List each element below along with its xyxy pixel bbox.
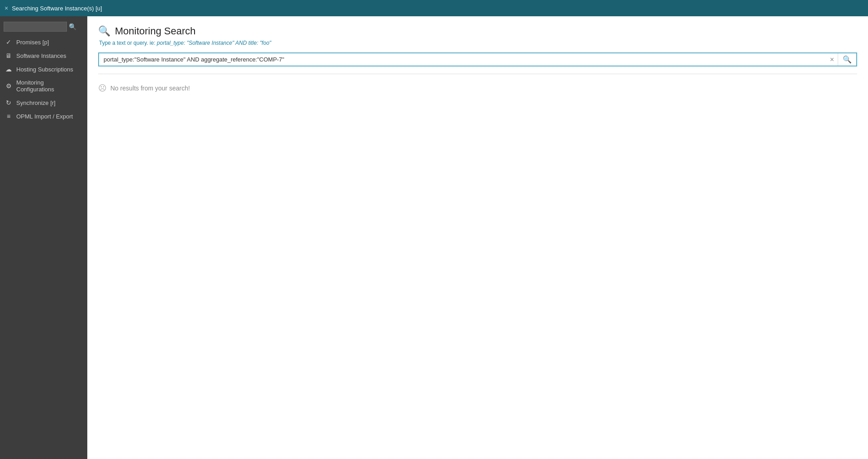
sidebar-nav: ✓ Promises [p] 🖥 Software Instances ☁ Ho… <box>0 35 87 123</box>
no-results-text: No results from your search! <box>110 85 190 92</box>
content-area: 🔍 Monitoring Search Type a text or query… <box>87 16 868 459</box>
execute-search-button[interactable]: 🔍 <box>838 53 856 66</box>
sidebar-item-label: Synchronize [r] <box>16 99 56 106</box>
monitor-icon: 🖥 <box>5 52 13 59</box>
sidebar: 🔍 ✓ Promises [p] 🖥 Software Instances ☁ … <box>0 16 87 459</box>
search-hint-example: portal_type: "Software Instance" AND tit… <box>157 40 271 46</box>
gear-icon: ⚙ <box>5 82 13 90</box>
sidebar-item-promises[interactable]: ✓ Promises [p] <box>0 35 87 49</box>
sidebar-item-label: OPML Import / Export <box>16 113 73 120</box>
search-heading-icon: 🔍 <box>98 25 110 37</box>
cloud-icon: ☁ <box>5 66 13 73</box>
divider <box>98 74 857 74</box>
sidebar-item-software-instances[interactable]: 🖥 Software Instances <box>0 49 87 62</box>
sidebar-item-monitoring-configurations[interactable]: ⚙ Monitoring Configurations <box>0 76 87 96</box>
close-tab-icon[interactable]: × <box>5 5 8 12</box>
sidebar-item-label: Monitoring Configurations <box>16 79 83 93</box>
top-bar: × Searching Software Instance(s) [u] <box>0 0 868 16</box>
search-hint-prefix: Type a text or query. ie: <box>99 40 157 46</box>
sidebar-item-label: Hosting Subscriptions <box>16 66 73 73</box>
clear-search-button[interactable]: × <box>826 54 838 66</box>
sidebar-item-synchronize[interactable]: ↻ Synchronize [r] <box>0 96 87 109</box>
sidebar-item-hosting-subscriptions[interactable]: ☁ Hosting Subscriptions <box>0 62 87 76</box>
sidebar-search-input[interactable] <box>4 22 67 32</box>
main-layout: 🔍 ✓ Promises [p] 🖥 Software Instances ☁ … <box>0 16 868 459</box>
page-title: Monitoring Search <box>115 25 196 37</box>
search-bar: × 🔍 <box>98 52 857 66</box>
sidebar-item-label: Software Instances <box>16 52 66 59</box>
sidebar-search-button[interactable]: 🔍 <box>67 22 78 31</box>
check-icon: ✓ <box>5 38 13 46</box>
sidebar-item-opml-import-export[interactable]: ≡ OPML Import / Export <box>0 109 87 123</box>
top-bar-title: Searching Software Instance(s) [u] <box>12 5 102 12</box>
sidebar-search-area: 🔍 <box>0 20 87 35</box>
no-results-message: ☹ No results from your search! <box>98 81 857 95</box>
search-hint: Type a text or query. ie: portal_type: "… <box>99 40 857 46</box>
list-icon: ≡ <box>5 113 13 120</box>
search-input[interactable] <box>99 53 826 66</box>
page-heading: 🔍 Monitoring Search <box>98 25 857 37</box>
sad-face-icon: ☹ <box>98 83 107 93</box>
sync-icon: ↻ <box>5 99 13 106</box>
sidebar-item-label: Promises [p] <box>16 39 49 46</box>
